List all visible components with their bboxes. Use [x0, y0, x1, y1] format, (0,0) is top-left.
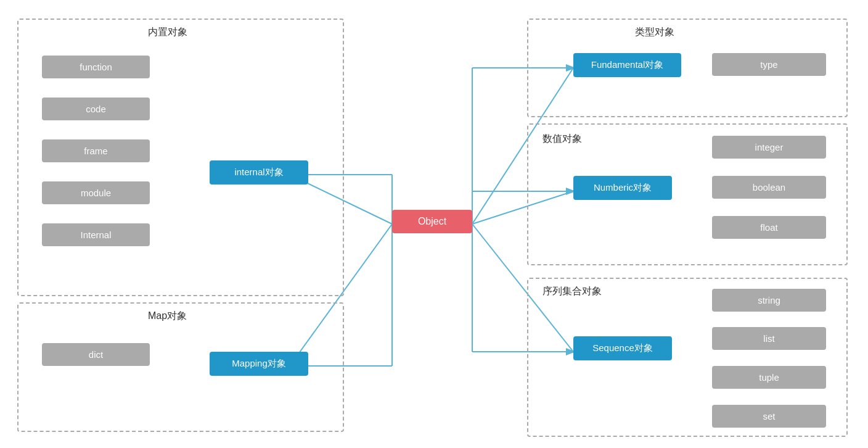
map-label: Map对象 [148, 310, 187, 323]
internal-item: Internal [42, 223, 150, 246]
type-item: type [712, 53, 826, 76]
list-item: list [712, 327, 826, 350]
fundamental-object-box: Fundamental对象 [573, 53, 681, 77]
set-item: set [712, 405, 826, 428]
module-item: module [42, 181, 150, 204]
sequence-object-box: Sequence对象 [573, 336, 672, 360]
mapping-object-box: Mapping对象 [210, 352, 308, 376]
dict-item: dict [42, 343, 150, 366]
type-label: 类型对象 [635, 26, 674, 39]
builtin-label: 内置对象 [148, 26, 187, 39]
boolean-item: boolean [712, 176, 826, 199]
function-item: function [42, 56, 150, 78]
internal-object-box: internal对象 [210, 160, 308, 185]
float-item: float [712, 216, 826, 239]
sequence-label: 序列集合对象 [542, 285, 602, 298]
object-center-box: Object [392, 210, 472, 233]
diagram-container: 内置对象 function code frame module Internal… [0, 0, 868, 448]
numberic-object-box: Numberic对象 [573, 176, 672, 200]
frame-item: frame [42, 139, 150, 162]
numeric-label: 数值对象 [542, 133, 582, 146]
code-item: code [42, 97, 150, 120]
tuple-item: tuple [712, 366, 826, 389]
integer-item: integer [712, 136, 826, 159]
string-item: string [712, 289, 826, 312]
